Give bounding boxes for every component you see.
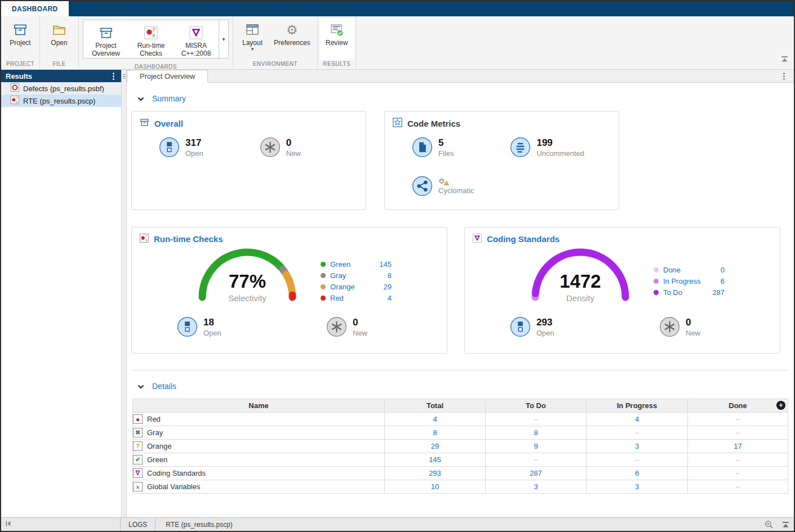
cell-in-progress[interactable]: 3 xyxy=(587,440,688,453)
table-row-red[interactable]: ●Red 4 – 4 – xyxy=(133,413,788,426)
details-section-heading[interactable]: Details xyxy=(137,382,786,391)
cell-total[interactable]: 29 xyxy=(385,440,486,453)
column-header-name[interactable]: Name xyxy=(133,399,385,413)
code-metrics-card: Code Metrics 5Files xyxy=(384,111,619,210)
cell-in-progress[interactable]: 4 xyxy=(587,413,688,426)
cell-todo: – xyxy=(486,453,587,467)
cell-total[interactable]: 10 xyxy=(385,480,486,494)
titlebar: DASHBOARD xyxy=(1,1,794,16)
legend-item-red[interactable]: Red4 xyxy=(321,292,392,303)
files-stat[interactable]: 5Files xyxy=(412,137,454,160)
tab-project-overview[interactable]: Project Overview xyxy=(127,70,208,83)
gear-icon: ⚙ xyxy=(286,21,298,39)
preferences-button[interactable]: ⚙ Preferences xyxy=(269,18,315,60)
main-panel: Project Overview Summary xyxy=(127,70,794,517)
runtime-new-stat[interactable]: 0New xyxy=(326,316,367,339)
add-column-button[interactable]: + xyxy=(776,401,785,410)
runtime-legend: Green145 Gray8 Orange29 Red4 xyxy=(321,258,392,303)
cell-total[interactable]: 8 xyxy=(385,426,486,440)
cell-total[interactable]: 145 xyxy=(385,453,486,467)
misra-button[interactable]: MISRA C++:2008 xyxy=(174,20,219,58)
cell-todo[interactable]: 287 xyxy=(486,467,587,480)
runtime-open-stat[interactable]: 18Open xyxy=(177,316,221,339)
app-window: DASHBOARD Project PROJECT Open xyxy=(0,0,795,532)
table-row-global-variables[interactable]: xGlobal Variables 10 3 3 – xyxy=(133,480,788,494)
cell-in-progress: – xyxy=(587,453,688,467)
collapse-bottom-panel-icon[interactable] xyxy=(778,518,794,531)
green-dot-icon xyxy=(321,262,326,267)
group-label-results: RESULTS xyxy=(318,60,356,69)
cell-done: – xyxy=(688,413,788,426)
selectivity-gauge: 77% Selectivity xyxy=(188,241,307,320)
done-dot-icon xyxy=(654,267,659,272)
open-results-icon xyxy=(159,137,180,160)
gallery-dropdown-arrow[interactable]: ▾ xyxy=(219,20,228,58)
column-header-todo[interactable]: To Do xyxy=(486,399,587,413)
cell-done: – xyxy=(688,426,788,440)
table-row-gray[interactable]: ✖Gray 8 8 – – xyxy=(133,426,788,440)
column-header-total[interactable]: Total xyxy=(385,399,486,413)
tabstrip-menu-icon[interactable] xyxy=(781,71,787,81)
collapse-left-panel-icon[interactable] xyxy=(5,520,12,529)
cell-in-progress[interactable]: 3 xyxy=(587,480,688,494)
red-dot-icon xyxy=(321,296,326,301)
cell-todo: – xyxy=(486,413,587,426)
column-header-in-progress[interactable]: In Progress xyxy=(587,399,688,413)
project-button[interactable]: Project xyxy=(3,18,37,60)
table-row-orange[interactable]: ?Orange 29 9 3 17 xyxy=(133,440,788,453)
summary-cards-row-2: ?× Run-time Checks 77% Selectivity xyxy=(131,227,786,354)
legend-item-done[interactable]: Done0 xyxy=(654,264,725,275)
chevron-down-icon xyxy=(137,382,144,391)
runtime-checks-button[interactable]: ?× Run-time Checks xyxy=(128,20,174,58)
coding-standards-card: Coding Standards 1472 Density Done0 In P… xyxy=(464,227,780,354)
cell-in-progress[interactable]: 6 xyxy=(587,467,688,480)
cell-done: – xyxy=(688,453,788,467)
summary-section-heading[interactable]: Summary xyxy=(137,94,786,103)
project-overview-button[interactable]: Project Overview xyxy=(83,20,128,58)
layout-button[interactable]: Layout ▾ xyxy=(236,18,269,60)
overall-card-header: Overall xyxy=(132,111,366,129)
logs-tab[interactable]: LOGS xyxy=(121,518,156,531)
cell-todo[interactable]: 9 xyxy=(486,440,587,453)
uncommented-lines-icon xyxy=(510,137,531,160)
column-header-done[interactable]: Done + xyxy=(688,399,788,413)
uncommented-stat[interactable]: 199Uncommented xyxy=(510,137,584,160)
coding-standards-icon: ∇ xyxy=(133,468,143,478)
sidebar-item-rte[interactable]: ?× RTE (ps_results.pscp) xyxy=(1,95,121,107)
results-sidebar: Results Defects (ps_results.psbf) ?× RTE… xyxy=(1,70,121,517)
cell-done[interactable]: 17 xyxy=(688,440,788,453)
overall-new-stat[interactable]: 0New xyxy=(260,137,301,160)
legend-item-to-do[interactable]: To Do287 xyxy=(654,287,725,298)
cell-total[interactable]: 4 xyxy=(385,413,486,426)
legend-item-green[interactable]: Green145 xyxy=(321,258,392,270)
review-button[interactable]: Review xyxy=(320,18,354,60)
cell-todo[interactable]: 3 xyxy=(486,480,587,494)
overall-open-stat[interactable]: 317Open xyxy=(159,137,203,160)
tab-dashboard[interactable]: DASHBOARD xyxy=(1,1,69,16)
status-bar: LOGS RTE (ps_results.pscp) xyxy=(1,517,794,531)
results-menu-icon[interactable] xyxy=(110,71,117,81)
statusbar-doc-tab[interactable]: RTE (ps_results.pscp) xyxy=(156,518,242,531)
cell-todo[interactable]: 8 xyxy=(486,426,587,440)
legend-item-gray[interactable]: Gray8 xyxy=(321,270,392,281)
zoom-in-icon[interactable] xyxy=(761,518,778,531)
ribbon-collapse-icon[interactable] xyxy=(780,55,789,65)
project-overview-icon xyxy=(99,24,113,42)
table-header-row: Name Total To Do In Progress Done + xyxy=(133,399,788,413)
table-row-coding-standards[interactable]: ∇Coding Standards 293 287 6 – xyxy=(133,467,788,480)
sidebar-splitter[interactable] xyxy=(121,70,127,517)
cell-total[interactable]: 293 xyxy=(385,467,486,480)
open-button[interactable]: Open xyxy=(42,18,76,60)
cyclomatic-share-icon xyxy=(412,176,433,199)
legend-item-orange[interactable]: Orange29 xyxy=(321,281,392,292)
svg-text:!: ! xyxy=(446,182,447,185)
cyclomatic-stat[interactable]: ⚙! Cyclomatic xyxy=(412,176,474,199)
sidebar-item-defects[interactable]: Defects (ps_results.psbf) xyxy=(1,82,121,95)
density-label: Density xyxy=(521,293,639,303)
table-row-green[interactable]: ✔Green 145 – – – xyxy=(133,453,788,467)
coding-open-stat[interactable]: 293Open xyxy=(510,316,554,339)
orange-dot-icon xyxy=(321,284,326,289)
runtime-checks-small-icon: ?× xyxy=(140,234,149,244)
legend-item-in-progress[interactable]: In Progress6 xyxy=(654,275,725,287)
coding-new-stat[interactable]: 0New xyxy=(659,316,700,339)
